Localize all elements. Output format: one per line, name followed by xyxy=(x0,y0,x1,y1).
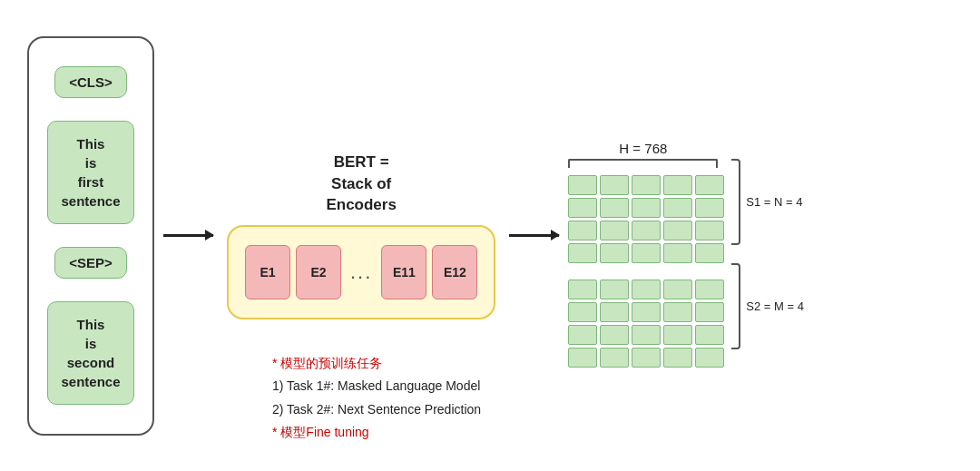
sep-token: <SEP> xyxy=(54,247,127,279)
encoder-e2: E2 xyxy=(296,245,341,299)
bottom-line4: * 模型Fine tuning xyxy=(272,421,481,444)
matrix-cell xyxy=(568,198,597,218)
matrices-col xyxy=(568,175,724,368)
bert-label: BERT = Stack of Encoders xyxy=(326,152,396,216)
bottom-line1: * 模型的预训练任务 xyxy=(272,352,481,375)
matrix-s2 xyxy=(568,280,724,368)
s2-label: S2 = M = 4 xyxy=(746,299,804,313)
matrix-cell xyxy=(695,302,724,322)
matrix-cell xyxy=(695,280,724,299)
matrix-cell xyxy=(663,243,692,263)
diagram: <CLS> This is first sentence <SEP> This … xyxy=(0,0,980,471)
matrix-cell xyxy=(695,175,724,195)
matrix-cell xyxy=(568,302,597,322)
matrix-cell xyxy=(600,280,629,299)
first-sentence-token: This is first sentence xyxy=(47,121,133,224)
matrices-col-wrapper: H = 768 xyxy=(568,141,724,368)
s-labels: S1 = N = 4 S2 = M = 4 xyxy=(731,159,804,349)
encoder-row: E1 E2 ... E11 E12 xyxy=(245,245,477,299)
matrix-cell xyxy=(632,302,661,322)
s1-brace xyxy=(731,159,740,245)
matrix-cell xyxy=(695,221,724,240)
matrix-cell xyxy=(632,175,661,195)
matrix-cell xyxy=(632,221,661,240)
matrix-cell xyxy=(600,175,629,195)
matrix-cell xyxy=(632,325,661,345)
matrix-cell xyxy=(632,198,661,218)
second-sentence-token: This is second sentence xyxy=(47,301,133,405)
input-to-bert-arrow xyxy=(163,234,213,237)
matrix-cell xyxy=(568,221,597,240)
matrix-cell xyxy=(600,325,629,345)
matrix-cell xyxy=(663,175,692,195)
matrix-cell xyxy=(600,243,629,263)
s2-brace xyxy=(731,263,740,349)
matrix-cell xyxy=(568,325,597,345)
s1-label-row: S1 = N = 4 xyxy=(731,159,804,245)
matrix-cell xyxy=(663,325,692,345)
matrix-cell xyxy=(695,325,724,345)
cls-token: <CLS> xyxy=(54,66,127,98)
matrix-cell xyxy=(663,348,692,368)
matrix-cell xyxy=(568,243,597,263)
encoder-e1: E1 xyxy=(245,245,290,299)
matrix-cell xyxy=(600,302,629,322)
encoder-dots: ... xyxy=(350,260,372,284)
matrix-cell xyxy=(600,221,629,240)
bottom-line3: 2) Task 2#: Next Sentence Prediction xyxy=(272,398,481,421)
h-brace xyxy=(568,159,718,168)
bert-section: BERT = Stack of Encoders E1 E2 ... E11 E… xyxy=(227,152,495,319)
bottom-line2: 1) Task 1#: Masked Language Model xyxy=(272,375,481,397)
arrow-line-2 xyxy=(509,234,559,237)
matrix-cell xyxy=(663,302,692,322)
s1-label: S1 = N = 4 xyxy=(746,195,802,209)
matrix-s1 xyxy=(568,175,724,263)
matrix-cell xyxy=(632,243,661,263)
bottom-text: * 模型的预训练任务 1) Task 1#: Masked Language M… xyxy=(272,352,481,444)
matrix-cell xyxy=(600,348,629,368)
input-box: <CLS> This is first sentence <SEP> This … xyxy=(27,36,154,436)
matrix-cell xyxy=(568,175,597,195)
bert-to-output-arrow xyxy=(509,234,559,237)
matrix-cell xyxy=(568,348,597,368)
arrow-line xyxy=(163,234,213,237)
matrix-cell xyxy=(663,280,692,299)
matrix-cell xyxy=(632,280,661,299)
matrix-cell xyxy=(663,221,692,240)
encoder-e12: E12 xyxy=(432,245,477,299)
h-label-section: H = 768 xyxy=(568,141,718,168)
s2-label-row: S2 = M = 4 xyxy=(731,263,804,349)
matrix-cell xyxy=(632,348,661,368)
bert-outer-box: E1 E2 ... E11 E12 xyxy=(227,225,495,319)
matrices-with-labels: H = 768 S1 = N = 4 S2 = M xyxy=(568,141,804,368)
output-section-wrapper: H = 768 S1 = N = 4 S2 = M xyxy=(568,104,804,368)
matrix-cell xyxy=(663,198,692,218)
matrix-cell xyxy=(695,348,724,368)
matrix-cell xyxy=(600,198,629,218)
matrix-cell xyxy=(568,280,597,299)
encoder-e11: E11 xyxy=(381,245,426,299)
h-label: H = 768 xyxy=(619,141,667,156)
matrix-cell xyxy=(695,198,724,218)
matrix-cell xyxy=(695,243,724,263)
